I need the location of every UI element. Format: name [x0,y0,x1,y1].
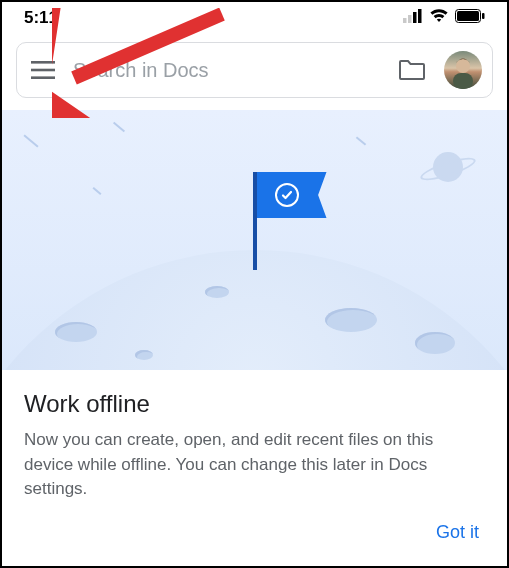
svg-rect-6 [482,13,485,19]
flag-pole [253,172,257,270]
svg-rect-5 [457,11,479,21]
avatar-image [444,51,482,89]
offline-illustration [2,110,507,370]
offline-check-icon [275,183,299,207]
svg-rect-0 [403,18,407,23]
battery-icon [455,8,485,28]
status-time: 5:11 [24,8,58,28]
search-bar [16,42,493,98]
search-row [16,42,493,98]
cell-signal-icon [403,8,423,28]
card-title: Work offline [24,390,485,418]
svg-rect-11 [453,73,473,89]
card-body: Now you can create, open, and edit recen… [24,428,485,502]
svg-rect-9 [31,76,55,79]
folder-icon [399,59,425,81]
svg-rect-1 [408,15,412,23]
card-actions: Got it [2,516,507,557]
svg-rect-3 [418,9,422,23]
flag-icon [257,172,327,218]
wifi-icon [429,8,449,28]
folder-button[interactable] [394,52,430,88]
svg-point-10 [456,59,470,73]
search-input[interactable] [73,59,380,82]
menu-icon [31,61,55,79]
avatar[interactable] [444,51,482,89]
status-bar: 5:11 [2,2,507,34]
status-right [403,8,485,28]
got-it-button[interactable]: Got it [436,522,479,543]
offline-card: Work offline Now you can create, open, a… [2,370,507,516]
svg-rect-2 [413,12,417,23]
svg-rect-8 [31,69,55,72]
svg-rect-7 [31,61,55,64]
menu-button[interactable] [27,54,59,86]
